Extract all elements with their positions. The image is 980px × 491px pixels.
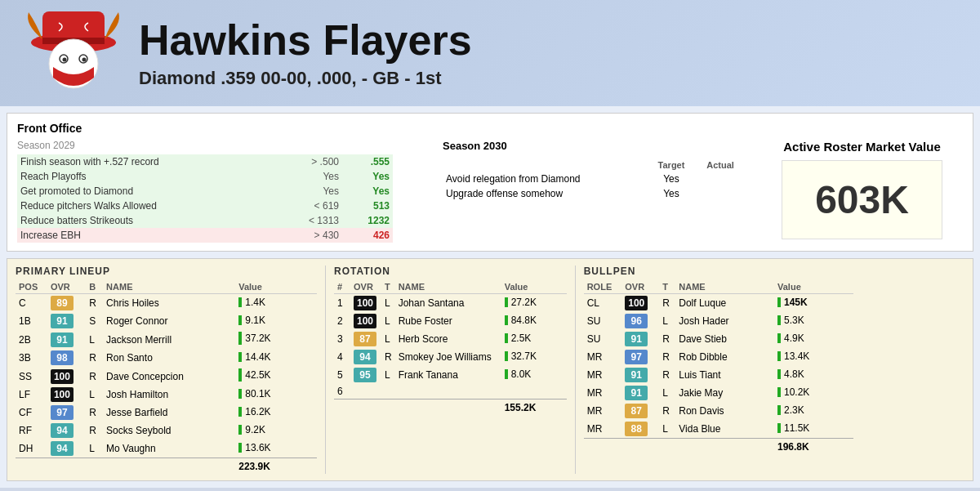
rotation-title: ROTATION [334, 266, 567, 277]
hand-cell: R [86, 294, 103, 313]
rot-num-cell: 4 [334, 348, 350, 366]
fo-2029-target: Yes [277, 184, 342, 199]
bull-name-cell: Rob Dibble [675, 348, 774, 366]
hand-cell: R [86, 422, 103, 440]
bull-name-cell: Dolf Luque [675, 294, 774, 313]
roster-section: PRIMARY LINEUP POS OVR B NAME Value C 89… [7, 258, 973, 481]
bull-ovr-cell: 91 [621, 366, 659, 384]
bull-role-cell: MR [584, 420, 622, 439]
bullpen-total-value: 196.8K [774, 439, 853, 455]
fo-season-2030-label: Season 2030 [443, 140, 745, 152]
bull-t-cell: R [659, 402, 675, 420]
lineup-title: PRIMARY LINEUP [16, 266, 317, 277]
market-value-number: 603K [815, 177, 909, 222]
pos-cell: RF [16, 422, 47, 440]
ovr-cell: 97 [47, 404, 86, 422]
bull-ovr-cell: 87 [621, 402, 659, 420]
rot-ovr-cell: 95 [350, 366, 381, 384]
ovr-cell: 94 [47, 422, 86, 440]
fo-2030-actual [696, 172, 745, 186]
lineup-row: C 89 R Chris Hoiles 1.4K [16, 294, 317, 313]
rot-t-header: T [381, 280, 395, 294]
fo-2029-target: > 430 [277, 228, 342, 243]
fo-2030-target-header: Target [647, 158, 696, 172]
bull-role-cell: CL [584, 294, 622, 313]
fo-2030-goal: Upgrade offense somehow [443, 186, 647, 201]
bull-value-cell: 4.8K [774, 366, 853, 384]
front-office-section: Front Office Season 2029 Finish season w… [7, 113, 973, 252]
rot-num-cell: 6 [334, 384, 350, 399]
bull-value-cell: 4.9K [774, 330, 853, 348]
bull-ovr-cell: 91 [621, 330, 659, 348]
fo-2029-actual: .555 [342, 154, 393, 169]
rot-value-cell: 84.8K [501, 312, 567, 330]
rot-ovr-header: OVR [350, 280, 381, 294]
pos-cell: DH [16, 440, 47, 458]
fo-2030-goal-header [443, 158, 647, 172]
pos-cell: LF [16, 386, 47, 404]
main-content: Front Office Season 2029 Finish season w… [0, 106, 980, 488]
fo-2030-target: Yes [647, 172, 696, 186]
bull-value-cell: 13.4K [774, 348, 853, 366]
name-cell: Jackson Merrill [103, 330, 235, 349]
rotation-row: 5 95 L Frank Tanana 8.0K [334, 366, 567, 384]
fo-2029-actual: Yes [342, 184, 393, 199]
rot-name-cell: Rube Foster [395, 312, 501, 330]
bull-name-cell: Josh Hader [675, 312, 774, 330]
rot-ovr-cell: 94 [350, 348, 381, 366]
rotation-row: 3 87 L Herb Score 2.5K [334, 330, 567, 348]
bull-t-cell: L [659, 420, 675, 439]
bull-value-header: Value [774, 280, 853, 294]
rotation-table: # OVR T NAME Value 1 100 L Johan Santana… [334, 280, 567, 415]
pos-cell: CF [16, 404, 47, 422]
fo-market-value: Active Roster Market Value 603K [761, 140, 963, 239]
bull-ovr-cell: 100 [621, 294, 659, 313]
rot-ovr-cell [350, 384, 381, 399]
bull-value-cell: 145K [774, 294, 853, 313]
value-cell: 9.2K [235, 422, 317, 440]
bull-role-cell: MR [584, 366, 622, 384]
rot-value-header: Value [501, 280, 567, 294]
rot-num-header: # [334, 280, 350, 294]
fo-container: Season 2029 Finish season with +.527 rec… [17, 140, 963, 243]
bull-role-cell: SU [584, 330, 622, 348]
bull-name-cell: Vida Blue [675, 420, 774, 439]
value-cell: 16.2K [235, 404, 317, 422]
fo-2029-actual: Yes [342, 169, 393, 184]
bullpen-total-label [584, 439, 774, 455]
fo-2029-actual: 513 [342, 199, 393, 213]
rot-t-cell [381, 384, 395, 399]
fo-2029-goal: Finish season with +.527 record [17, 154, 277, 169]
name-cell: Jesse Barfield [103, 404, 235, 422]
pos-cell: SS [16, 367, 47, 386]
fo-2029-target: > .500 [277, 154, 342, 169]
bull-t-cell: L [659, 384, 675, 402]
pos-cell: 3B [16, 349, 47, 367]
bullpen-row: MR 91 L Jakie May 10.2K [584, 384, 853, 402]
header-text: Hawkins Flayers Diamond .359 00-00, .000… [131, 17, 964, 88]
lineup-row: RF 94 R Socks Seybold 9.2K [16, 422, 317, 440]
rot-t-cell: L [381, 312, 395, 330]
bull-ovr-cell: 97 [621, 348, 659, 366]
lineup-table: POS OVR B NAME Value C 89 R Chris Hoiles… [16, 280, 317, 474]
team-subtitle: Diamond .359 00-00, .000, - GB - 1st [139, 68, 964, 89]
bull-t-cell: R [659, 294, 675, 313]
lineup-pos-header: POS [16, 280, 47, 294]
fo-season-2029: Season 2029 Finish season with +.527 rec… [17, 140, 393, 243]
market-value-box: 603K [782, 160, 942, 239]
bull-value-cell: 2.3K [774, 402, 853, 420]
value-cell: 42.5K [235, 367, 317, 386]
rot-ovr-cell: 100 [350, 312, 381, 330]
rotation-panel: ROTATION # OVR T NAME Value 1 100 L Joha… [326, 266, 576, 474]
name-cell: Mo Vaughn [103, 440, 235, 458]
hand-cell: S [86, 312, 103, 330]
market-value-label: Active Roster Market Value [783, 140, 941, 154]
rotation-total-label [334, 399, 501, 416]
rot-ovr-cell: 100 [350, 294, 381, 313]
rot-value-cell [501, 384, 567, 399]
bullpen-panel: BULLPEN ROLE OVR T NAME Value CL 100 R D… [576, 266, 853, 474]
rotation-total-value: 155.2K [501, 399, 567, 416]
fo-2029-goal: Get promoted to Diamond [17, 184, 277, 199]
rot-name-cell: Johan Santana [395, 294, 501, 313]
bull-t-cell: R [659, 330, 675, 348]
